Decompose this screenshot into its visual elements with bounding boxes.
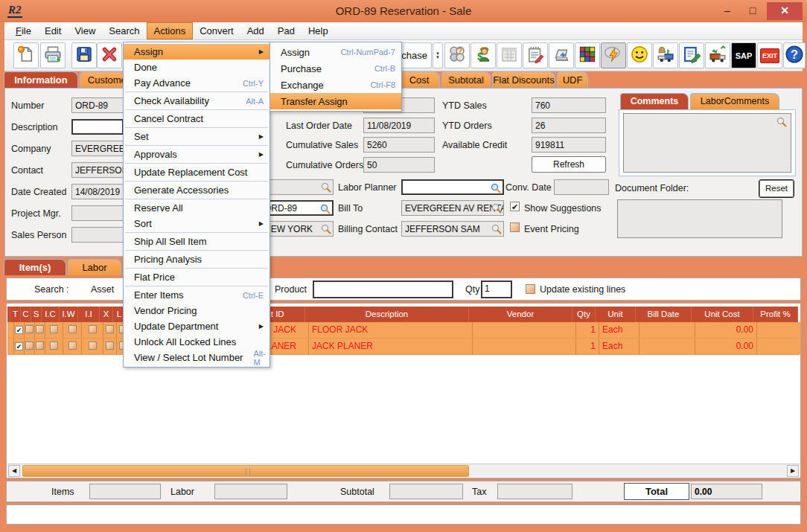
tab-udf[interactable]: UDF (557, 71, 588, 88)
column-header-qty[interactable]: Qty (572, 307, 596, 322)
print-button[interactable] (40, 42, 66, 68)
column-header-i-c[interactable]: I.C (42, 307, 60, 322)
conv-date-field[interactable] (554, 179, 609, 195)
city-field[interactable]: NEW YORK (261, 221, 334, 237)
close-button[interactable]: ✕ (767, 2, 803, 20)
row-checkbox-t[interactable]: ✔ (15, 342, 23, 350)
menubar-item-file[interactable]: File (9, 22, 38, 39)
menubar-item-help[interactable]: Help (302, 22, 335, 39)
column-header-bill-date[interactable]: Bill Date (636, 307, 692, 322)
available-credit-field[interactable]: 919811 (532, 137, 606, 153)
qty-input[interactable]: 1 (481, 281, 512, 298)
ytd-orders-field[interactable]: 26 (532, 118, 606, 133)
receive-truck-button[interactable] (653, 42, 678, 68)
cumulative-sales-field[interactable]: 5260 (363, 137, 435, 153)
number-field[interactable]: ORD-89 (71, 97, 124, 113)
row-checkbox-i.c[interactable] (50, 325, 58, 333)
tab-subtotal[interactable]: Subtotal (441, 71, 491, 88)
shortcut-key-button[interactable] (549, 42, 574, 68)
tab-labor[interactable]: Labor (68, 259, 121, 275)
minimize-button[interactable]: – (716, 2, 739, 20)
availability-cube-button[interactable] (575, 42, 600, 68)
purchase-dropdown-icon[interactable]: ▼▼ (433, 42, 443, 68)
cumulative-orders-field[interactable]: 50 (363, 157, 435, 173)
column-header-unit-cost[interactable]: Unit Cost (692, 307, 753, 322)
column-header-s[interactable]: S (31, 307, 42, 322)
query-spheres-button[interactable]: ? (444, 42, 470, 68)
reset-button[interactable]: Reset (759, 180, 794, 197)
sales-person-field[interactable] (71, 227, 124, 243)
row-checkbox-i.c[interactable] (50, 342, 58, 350)
maximize-button[interactable]: □ (741, 2, 764, 20)
scroll-right-icon[interactable]: ▶ (787, 465, 799, 477)
sap-button[interactable]: SAP (731, 42, 756, 68)
delete-button[interactable] (97, 42, 122, 68)
column-header-t[interactable]: T (10, 307, 21, 322)
menu-item-ship-all-sell-item[interactable]: Ship All Sell Item (124, 234, 269, 249)
lightning-button[interactable] (601, 42, 626, 68)
row-checkbox-x[interactable] (106, 325, 114, 333)
column-header-c[interactable]: C (21, 307, 31, 322)
menu-item-sort[interactable]: Sort▶ (124, 216, 269, 231)
menu-item-unlock-all-locked-lines[interactable]: Unlock All Locked Lines (124, 334, 269, 350)
edit-document-button[interactable] (679, 42, 704, 68)
menu-item-approvals[interactable]: Approvals▶ (124, 147, 269, 162)
horizontal-scrollbar[interactable]: ◀ ▶ (7, 464, 800, 477)
comments-search-magnifier-icon[interactable] (776, 116, 788, 131)
scrollbar-thumb[interactable] (22, 465, 469, 477)
column-header-profit-[interactable]: Profit % (753, 307, 798, 322)
search-magnifier-icon[interactable] (320, 182, 332, 193)
menu-item-view-select-lot-number[interactable]: View / Select Lot NumberAlt-M (124, 350, 269, 365)
calendar-button[interactable] (497, 42, 522, 68)
menu-item-set[interactable]: Set▶ (124, 129, 269, 144)
tab-flat-discounts[interactable]: Flat Discounts (492, 71, 555, 88)
row-checkbox-c[interactable] (25, 325, 34, 333)
refresh-button[interactable]: Refresh (532, 156, 606, 173)
tab-comments[interactable]: Comments (620, 93, 689, 109)
tab-laborcomments[interactable]: LaborComments (690, 93, 779, 109)
search-magnifier-icon[interactable] (490, 182, 502, 194)
notes-button[interactable] (523, 42, 548, 68)
menu-item-pricing-analysis[interactable]: Pricing Analysis (124, 251, 269, 267)
exit-button[interactable]: EXIT (757, 42, 782, 68)
menubar-item-search[interactable]: Search (102, 22, 146, 39)
show-suggestions-checkbox[interactable]: ✔ (510, 202, 520, 211)
search-magnifier-icon[interactable] (320, 223, 332, 235)
menu-item-exchange[interactable]: ExchangeCtrl-F8 (270, 77, 401, 93)
menu-item-generate-accessories[interactable]: Generate Accessories (124, 182, 269, 198)
menu-item-check-availability[interactable]: Check AvailabilityAlt-A (124, 93, 269, 109)
menubar-item-convert[interactable]: Convert (193, 22, 240, 39)
menu-item-vendor-pricing[interactable]: Vendor Pricing (124, 303, 269, 318)
menu-item-flat-price[interactable]: Flat Price (124, 269, 269, 285)
event-pricing-checkbox[interactable] (510, 222, 520, 232)
menu-item-enter-items[interactable]: Enter ItemsCtrl-E (124, 287, 269, 303)
column-header-description[interactable]: Description (305, 307, 469, 322)
row-checkbox-s[interactable] (36, 342, 44, 350)
last-order-date-field[interactable]: 11/08/2019 (363, 118, 435, 133)
description-field[interactable] (71, 119, 124, 135)
column-header-unit[interactable]: Unit (596, 307, 636, 322)
row-checkbox-t[interactable]: ✔ (15, 326, 23, 334)
menu-item-assign[interactable]: Assign▶ (124, 44, 269, 60)
ship-ref-lookup-field[interactable] (261, 179, 334, 195)
search-magnifier-icon[interactable] (319, 203, 331, 215)
menubar-item-edit[interactable]: Edit (38, 22, 68, 39)
search-magnifier-icon[interactable] (491, 223, 503, 235)
comments-textarea[interactable] (623, 113, 791, 173)
row-checkbox-i.i[interactable] (89, 325, 97, 333)
menu-item-done[interactable]: Done (124, 60, 269, 75)
column-header-vendor[interactable]: Vendor (469, 307, 572, 322)
ship-truck-button[interactable] (705, 42, 730, 68)
ship-ref-field[interactable]: ORD-89 (261, 200, 334, 216)
billing-contact-field[interactable]: JEFFERSON SAM (401, 221, 504, 237)
vendor-pricing-button[interactable]: $ (471, 42, 496, 68)
menu-item-reserve-all[interactable]: Reserve All (124, 200, 269, 216)
scroll-left-icon[interactable]: ◀ (8, 465, 20, 477)
menu-item-update-department[interactable]: Update Department▶ (124, 318, 269, 334)
row-checkbox-i.i[interactable] (89, 342, 97, 350)
menu-item-assign[interactable]: AssignCtrl-NumPad-7 (270, 44, 401, 60)
menubar-item-view[interactable]: View (68, 22, 102, 39)
new-document-button[interactable] (13, 42, 39, 68)
menu-item-update-replacement-cost[interactable]: Update Replacement Cost (124, 164, 269, 180)
row-checkbox-i.w[interactable] (68, 342, 77, 350)
